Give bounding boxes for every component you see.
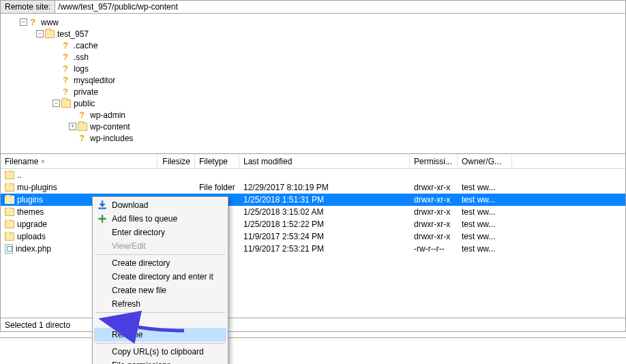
file-name: themes — [17, 207, 44, 217]
tree-item-label: wp-admin — [89, 110, 127, 120]
column-header-permissions[interactable]: Permissi... — [410, 154, 458, 168]
file-perm: drwxr-xr-x — [410, 219, 458, 229]
folder-icon — [5, 220, 14, 228]
collapse-icon[interactable]: − — [36, 30, 44, 37]
file-perm: drwxr-xr-x — [410, 207, 458, 217]
folder-icon — [5, 208, 14, 216]
tree-item[interactable]: −public — [2, 97, 624, 109]
file-own: test ww... — [458, 219, 512, 229]
unknown-folder-icon — [61, 76, 71, 85]
remote-site-input[interactable] — [55, 1, 625, 13]
file-own: test ww... — [458, 195, 512, 204]
unknown-folder-icon — [78, 110, 87, 120]
context-menu-item[interactable]: Create directory — [94, 256, 226, 270]
tree-item[interactable]: −test_957 — [2, 28, 624, 40]
tree-item[interactable]: mysqleditor — [2, 74, 624, 86]
column-header-filetype[interactable]: Filetype — [195, 154, 239, 168]
file-own: test ww... — [458, 183, 512, 192]
context-menu-item[interactable]: Refresh — [94, 297, 226, 311]
column-header-filename[interactable]: Filename∧ — [1, 154, 158, 168]
folder-icon — [45, 30, 55, 38]
file-row[interactable]: .. — [1, 169, 625, 181]
context-menu-separator — [95, 254, 225, 255]
context-menu-label: Refresh — [112, 299, 140, 309]
file-perm: drwxr-xr-x — [410, 195, 458, 204]
file-mod: 11/9/2017 2:53:21 PM — [239, 244, 410, 254]
folder-icon — [5, 196, 14, 204]
unknown-folder-icon — [61, 41, 71, 50]
collapse-icon[interactable]: − — [53, 100, 60, 107]
context-menu: DownloadAdd files to queueEnter director… — [92, 196, 228, 364]
context-menu-item[interactable]: File permissions... — [94, 359, 226, 364]
unknown-folder-icon — [78, 134, 87, 143]
tree-item-label: logs — [72, 64, 90, 74]
file-mod: 1/25/2018 1:51:31 PM — [239, 195, 410, 204]
context-menu-label: Add files to queue — [112, 214, 177, 224]
directory-tree[interactable]: −www−test_957.cache.sshlogsmysqleditorpr… — [0, 14, 626, 154]
download-icon — [97, 200, 108, 211]
tree-item[interactable]: +wp-content — [2, 121, 624, 132]
column-header-filesize[interactable]: Filesize — [158, 154, 195, 168]
file-own: test ww... — [458, 207, 512, 217]
folder-icon — [5, 232, 14, 241]
tree-item[interactable]: wp-includes — [2, 132, 624, 144]
context-menu-item[interactable]: Rename — [94, 328, 226, 342]
file-name: plugins — [17, 195, 43, 204]
file-name: index.php — [16, 244, 51, 254]
file-name: upgrade — [17, 219, 47, 229]
file-type: File folder — [195, 183, 239, 192]
tree-item[interactable]: .cache — [2, 40, 624, 51]
folder-icon — [5, 183, 14, 192]
tree-item-label: www — [40, 18, 60, 27]
context-menu-item[interactable]: Add files to queue — [94, 212, 226, 226]
context-menu-item[interactable]: Delete — [94, 314, 226, 328]
tree-item-label: mysqleditor — [72, 76, 117, 85]
tree-item[interactable]: private — [2, 86, 624, 97]
context-menu-item: View/Edit — [94, 239, 226, 253]
column-header-last-modified[interactable]: Last modified — [239, 154, 410, 168]
tree-item[interactable]: wp-admin — [2, 109, 624, 121]
context-menu-item[interactable]: Create directory and enter it — [94, 270, 226, 284]
unknown-folder-icon — [61, 52, 71, 62]
context-menu-label: Delete — [112, 316, 136, 326]
collapse-icon[interactable]: − — [20, 18, 27, 26]
file-mod: 12/29/2017 8:10:19 PM — [239, 183, 410, 192]
tree-item-label: wp-content — [89, 122, 132, 132]
file-perm: drwxr-xr-x — [410, 183, 458, 192]
file-own: test ww... — [458, 244, 512, 254]
context-menu-item[interactable]: Copy URL(s) to clipboard — [94, 345, 226, 359]
tree-item-label: public — [72, 99, 96, 108]
context-menu-item[interactable]: Enter directory — [94, 226, 226, 239]
unknown-folder-icon — [61, 64, 71, 74]
context-menu-label: Rename — [112, 330, 143, 339]
context-menu-separator — [95, 343, 225, 344]
file-list-header: Filename∧ Filesize Filetype Last modifie… — [1, 154, 625, 169]
file-row[interactable]: mu-pluginsFile folder12/29/2017 8:10:19 … — [1, 181, 625, 194]
file-perm: -rw-r--r-- — [410, 244, 458, 254]
tree-item[interactable]: −www — [2, 16, 624, 28]
tree-item-label: test_957 — [56, 29, 90, 39]
context-menu-label: Enter directory — [112, 228, 165, 237]
expander-none — [53, 88, 60, 95]
folder-icon — [78, 123, 87, 131]
php-file-icon — [5, 244, 13, 254]
file-mod: 11/9/2017 2:53:24 PM — [239, 232, 410, 241]
tree-item-label: .cache — [72, 41, 99, 50]
context-menu-label: View/Edit — [112, 241, 146, 251]
add-to-queue-icon — [97, 213, 108, 224]
folder-icon — [5, 171, 14, 179]
context-menu-item[interactable]: Create new file — [94, 284, 226, 297]
expander-none — [53, 42, 60, 49]
status-text: Selected 1 directo — [5, 320, 70, 330]
column-header-owner-group[interactable]: Owner/G... — [458, 154, 512, 168]
tree-item[interactable]: logs — [2, 63, 624, 74]
context-menu-label: File permissions... — [112, 361, 178, 364]
remote-site-label: Remote site: — [1, 1, 55, 13]
tree-item[interactable]: .ssh — [2, 51, 624, 63]
sort-caret-icon: ∧ — [41, 158, 45, 164]
context-menu-separator — [95, 312, 225, 313]
tree-item-label: private — [72, 87, 100, 97]
context-menu-item[interactable]: Download — [94, 198, 226, 212]
expand-icon[interactable]: + — [69, 123, 76, 130]
context-menu-label: Copy URL(s) to clipboard — [112, 347, 204, 357]
